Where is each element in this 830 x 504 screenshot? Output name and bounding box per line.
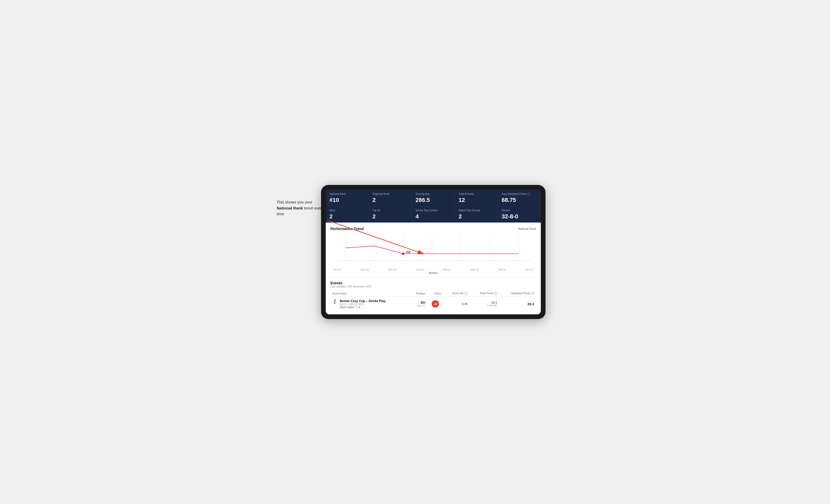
col-event-sg: Event SG i bbox=[443, 291, 470, 297]
stat-regional-rank: Regional Rank 2 bbox=[369, 190, 412, 206]
position-cell: 6th out of 7 bbox=[409, 297, 427, 311]
stat-record: Record 32-8-0 bbox=[498, 206, 541, 223]
event-icon: 🏌 bbox=[332, 299, 338, 304]
tablet-frame: National Rank #10 Regional Rank 2 Scorin… bbox=[321, 185, 545, 319]
stats-row-1: National Rank #10 Regional Rank 2 Scorin… bbox=[326, 190, 541, 206]
performance-title: Performance Trend bbox=[330, 227, 364, 231]
event-date: Oct 9 – Oct 10, 2023 bbox=[340, 303, 385, 306]
performance-trend-section: Performance Trend National Rank bbox=[326, 223, 541, 278]
stat-total-rounds: Total Rounds 12 bbox=[455, 190, 498, 206]
events-last-updated: Last updated: 24th November 2023 bbox=[330, 285, 536, 288]
score-badge: -22 bbox=[432, 300, 439, 308]
x-label-jan24: JAN 24 bbox=[416, 268, 424, 271]
tablet-screen: National Rank #10 Regional Rank 2 Scorin… bbox=[326, 190, 541, 314]
weighted-points-cell: 28.3 bbox=[499, 297, 536, 311]
stat-top3s: Top 3s 2 bbox=[369, 206, 412, 223]
avg-weighted-points-info-icon[interactable]: i bbox=[527, 193, 530, 196]
events-section: Events Last updated: 24th November 2023 … bbox=[326, 278, 541, 314]
stat-avg-weighted-points: Avg. Weighted Points i 68.75 bbox=[498, 190, 541, 206]
weighted-points-info-icon[interactable]: i bbox=[531, 292, 534, 295]
x-label-may24: MAY 24 bbox=[525, 268, 534, 271]
table-row: 🏌 Buster Cozy Cup – Stroke Play Oct 9 – … bbox=[330, 297, 536, 311]
annotation-text: This shows you your National Rank trend … bbox=[277, 199, 329, 217]
performance-header: Performance Trend National Rank bbox=[330, 227, 536, 231]
col-score: Score bbox=[427, 291, 443, 297]
stats-row-2: Wins 2 Top 3s 2 Stroke Play Events 4 Mat… bbox=[326, 206, 541, 223]
col-event-name: Event Name bbox=[330, 291, 409, 297]
rank-impact: Rank Impact: 3 ▼ bbox=[340, 306, 385, 309]
col-weighted-points: Weighted Points i bbox=[499, 291, 536, 297]
chart-rank-label: #10 bbox=[406, 250, 410, 254]
stat-stroke-play-events: Stroke Play Events 4 bbox=[412, 206, 455, 223]
event-name-cell: 🏌 Buster Cozy Cup – Stroke Play Oct 9 – … bbox=[330, 297, 409, 311]
x-label-feb24: FEB 24 bbox=[443, 268, 451, 271]
event-name: Buster Cozy Cup – Stroke Play bbox=[340, 299, 385, 303]
stat-scoring-avg: Scoring Avg. 286.5 bbox=[412, 190, 455, 206]
stat-wins: Wins 2 bbox=[326, 206, 369, 223]
x-label-oct23: OCT 23 bbox=[333, 268, 341, 271]
score-cell: -22 bbox=[427, 297, 443, 311]
events-table: Event Name Position Score Event SG i Tot… bbox=[330, 291, 536, 311]
x-label-dec23: DEC 23 bbox=[388, 268, 397, 271]
stat-national-rank: National Rank #10 bbox=[326, 190, 369, 206]
chart-svg: #10 bbox=[330, 233, 536, 267]
national-rank-label: National Rank bbox=[518, 227, 536, 230]
chart-x-axis-title: Months bbox=[330, 272, 536, 274]
col-position: Position bbox=[409, 291, 427, 297]
stat-match-play-events: Match Play Events 2 bbox=[455, 206, 498, 223]
x-label-nov23: NOV 23 bbox=[360, 268, 369, 271]
event-sg-info-icon[interactable]: i bbox=[464, 292, 468, 295]
event-sg-cell: 0.45 bbox=[443, 297, 470, 311]
total-points-info-icon[interactable]: i bbox=[494, 292, 497, 295]
x-label-apr24: APR 24 bbox=[498, 268, 506, 271]
page-wrapper: This shows you your National Rank trend … bbox=[277, 168, 553, 336]
x-label-mar24: MAR 24 bbox=[470, 268, 479, 271]
performance-chart: #10 bbox=[330, 233, 536, 267]
events-table-header: Event Name Position Score Event SG i Tot… bbox=[330, 291, 536, 297]
total-points-cell: 28.3 3 Rounds bbox=[470, 297, 499, 311]
rank-impact-down-icon: ▼ bbox=[358, 306, 360, 309]
chart-x-labels: OCT 23 NOV 23 DEC 23 JAN 24 FEB 24 MAR 2… bbox=[330, 267, 536, 271]
chart-point-dec23 bbox=[402, 253, 405, 255]
events-title: Events bbox=[330, 281, 536, 285]
col-total-points: Total Points i bbox=[470, 291, 499, 297]
rank-impact-value: 3 bbox=[356, 306, 358, 309]
